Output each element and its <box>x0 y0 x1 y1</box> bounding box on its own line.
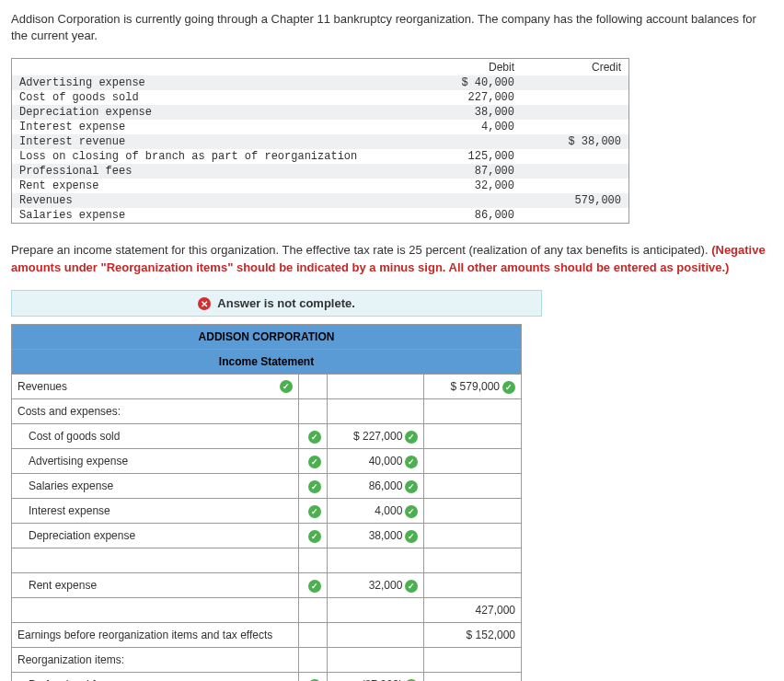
error-icon: ✕ <box>198 297 211 310</box>
check-icon: ✓ <box>308 431 321 444</box>
tb-debit <box>415 134 522 149</box>
tb-label: Interest expense <box>12 120 415 134</box>
check-icon: ✓ <box>405 456 418 468</box>
tb-label: Salaries expense <box>12 208 415 223</box>
line-costs: Costs and expenses: <box>12 399 299 424</box>
ebit-val: $ 152,000 <box>424 623 522 648</box>
tb-debit: 87,000 <box>415 164 522 179</box>
tb-credit <box>522 208 628 223</box>
tb-credit <box>522 75 628 90</box>
dep-val[interactable]: 38,000✓ <box>327 524 424 548</box>
tb-label: Depreciation expense <box>12 105 415 120</box>
check-icon: ✓ <box>405 505 418 518</box>
check-icon: ✓ <box>308 530 321 543</box>
tb-debit: 227,000 <box>415 90 522 105</box>
tb-label: Professional fees <box>12 164 415 179</box>
statement-title: Income Statement <box>12 350 522 375</box>
tb-credit: $ 38,000 <box>522 134 628 149</box>
subtotal: 427,000 <box>424 598 522 623</box>
int-val[interactable]: 4,000✓ <box>327 499 424 524</box>
tb-label: Interest revenue <box>12 134 415 149</box>
line-int[interactable]: Interest expense <box>12 499 299 524</box>
check-icon: ✓ <box>405 580 418 593</box>
rent-val[interactable]: 32,000✓ <box>327 573 424 598</box>
line-prof[interactable]: Professional fees <box>12 673 299 681</box>
tb-credit <box>522 149 628 164</box>
check-icon: ✓ <box>308 480 321 493</box>
line-rent[interactable]: Rent expense <box>12 573 299 598</box>
header-debit: Debit <box>415 59 522 75</box>
tb-credit <box>522 90 628 105</box>
line-cogs[interactable]: Cost of goods sold <box>12 424 299 449</box>
trial-balance-table: Debit Credit Advertising expense$ 40,000… <box>11 58 629 224</box>
tb-label: Cost of goods sold <box>12 90 415 105</box>
tb-label: Revenues <box>12 193 415 208</box>
instructions: Prepare an income statement for this org… <box>11 242 773 275</box>
check-icon: ✓ <box>308 505 321 518</box>
tb-debit: 38,000 <box>415 105 522 120</box>
intro-text: Addison Corporation is currently going t… <box>11 11 773 44</box>
rev-amount[interactable]: $ 579,000✓ <box>424 375 522 399</box>
adv-val[interactable]: 40,000✓ <box>327 449 424 474</box>
corp-name: ADDISON CORPORATION <box>12 325 522 350</box>
line-adv[interactable]: Advertising expense <box>12 449 299 474</box>
check-icon: ✓ <box>405 480 418 493</box>
answer-banner: ✕ Answer is not complete. <box>11 290 542 317</box>
tb-credit <box>522 120 628 134</box>
check-icon: ✓ <box>280 380 293 393</box>
tb-debit: 86,000 <box>415 208 522 223</box>
tb-debit: 4,000 <box>415 120 522 134</box>
header-credit: Credit <box>522 59 628 75</box>
line-revenues[interactable]: Revenues✓ <box>12 375 299 399</box>
income-statement: ADDISON CORPORATION Income Statement Rev… <box>11 324 522 681</box>
tb-credit <box>522 179 628 193</box>
tb-label: Loss on closing of branch as part of reo… <box>12 149 415 164</box>
tb-debit: 32,000 <box>415 179 522 193</box>
line-dep[interactable]: Depreciation expense <box>12 524 299 548</box>
line-sal[interactable]: Salaries expense <box>12 474 299 499</box>
tb-debit: 125,000 <box>415 149 522 164</box>
tb-label: Advertising expense <box>12 75 415 90</box>
cogs-val[interactable]: $ 227,000✓ <box>327 424 424 449</box>
check-icon: ✓ <box>405 530 418 543</box>
tb-debit <box>415 193 522 208</box>
check-icon: ✓ <box>308 580 321 593</box>
line-ebit: Earnings before reorganization items and… <box>12 623 299 648</box>
tb-label: Rent expense <box>12 179 415 193</box>
tb-credit <box>522 105 628 120</box>
check-icon: ✓ <box>308 456 321 468</box>
tb-credit: 579,000 <box>522 193 628 208</box>
line-empty[interactable] <box>12 548 299 573</box>
prof-val[interactable]: (87,000)✓ <box>327 673 424 681</box>
tb-debit: $ 40,000 <box>415 75 522 90</box>
check-icon: ✓ <box>502 381 515 394</box>
tb-credit <box>522 164 628 179</box>
sal-val[interactable]: 86,000✓ <box>327 474 424 499</box>
line-reorg: Reorganization items: <box>12 648 299 673</box>
check-icon: ✓ <box>405 431 418 444</box>
